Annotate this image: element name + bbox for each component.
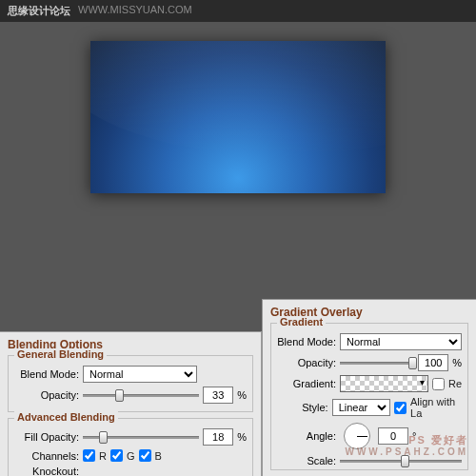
blend-mode-select[interactable]: Normal bbox=[83, 366, 197, 383]
channel-b-checkbox[interactable] bbox=[139, 449, 151, 462]
opacity-input[interactable]: 100 bbox=[418, 354, 448, 371]
watermark-logo: PS 爱好者 WWW.PSAHZ.COM bbox=[345, 425, 468, 457]
group-legend: General Blending bbox=[14, 348, 107, 360]
opacity-slider[interactable] bbox=[83, 387, 199, 403]
opacity-slider[interactable] bbox=[340, 355, 414, 370]
advanced-blending-group: Advanced Blending Fill Opacity: 18 % Cha… bbox=[8, 418, 253, 476]
brand-url: WWW.MISSYUAN.COM bbox=[78, 4, 192, 18]
opacity-label: Opacity: bbox=[277, 357, 336, 368]
fill-opacity-input[interactable]: 18 bbox=[203, 428, 233, 446]
channel-r-checkbox[interactable] bbox=[83, 449, 95, 462]
top-brand-bar: 思缘设计论坛 WWW.MISSYUAN.COM bbox=[0, 0, 476, 22]
blend-mode-label: Blend Mode: bbox=[277, 336, 336, 347]
channels-label: Channels: bbox=[14, 450, 79, 462]
angle-label: Angle: bbox=[277, 430, 336, 442]
channel-g-checkbox[interactable] bbox=[110, 449, 123, 462]
general-blending-group: General Blending Blend Mode: Normal Opac… bbox=[8, 355, 253, 412]
pct-label: % bbox=[452, 357, 462, 368]
brand-text: 思缘设计论坛 bbox=[8, 4, 70, 18]
reverse-checkbox[interactable] bbox=[432, 378, 445, 390]
style-select[interactable]: Linear bbox=[332, 399, 390, 416]
style-label: Style: bbox=[277, 402, 328, 413]
gradient-label: Gradient: bbox=[277, 378, 336, 389]
gradient-preview[interactable] bbox=[340, 375, 428, 392]
group-legend: Gradient bbox=[277, 316, 326, 327]
opacity-input[interactable]: 33 bbox=[203, 387, 233, 404]
document-canvas bbox=[90, 41, 386, 193]
fill-opacity-slider[interactable] bbox=[83, 429, 199, 445]
pct-label: % bbox=[237, 431, 247, 443]
scale-label: Scale: bbox=[277, 455, 336, 466]
fill-opacity-label: Fill Opacity: bbox=[14, 431, 79, 443]
pct-label: % bbox=[237, 389, 247, 401]
blend-mode-label: Blend Mode: bbox=[14, 368, 79, 380]
blend-mode-select[interactable]: Normal bbox=[340, 333, 462, 350]
opacity-label: Opacity: bbox=[14, 389, 79, 401]
align-checkbox[interactable] bbox=[394, 402, 407, 414]
knockout-label: Knockout: bbox=[14, 466, 79, 476]
group-legend: Advanced Blending bbox=[14, 411, 118, 423]
blending-options-panel: Blending Options General Blending Blend … bbox=[0, 331, 262, 476]
